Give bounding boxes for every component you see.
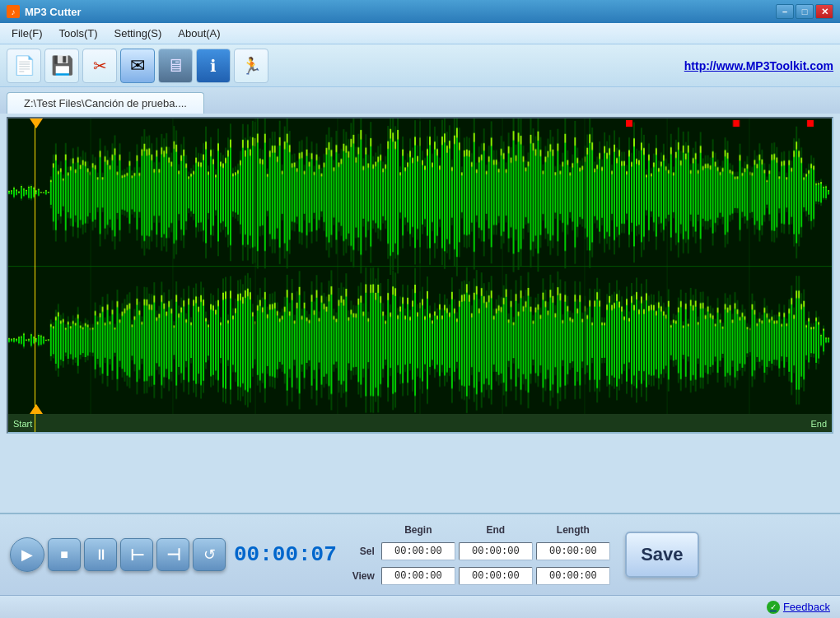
mark-out-button[interactable]: ⊣ [156, 538, 189, 571]
time-display: 00:00:07 [234, 542, 337, 567]
play-button[interactable]: ▶ [10, 537, 44, 572]
bottom-bar: ▶ ■ ⏸ ⊢ ⊣ ↺ 00:00:07 Begin End Length Se… [0, 513, 840, 595]
minimize-button[interactable]: – [776, 4, 794, 19]
playhead-top-marker [30, 118, 43, 128]
begin-header: Begin [381, 524, 455, 536]
run-button[interactable]: 🏃 [234, 49, 268, 83]
view-length-value[interactable]: 00:00:00 [536, 567, 610, 585]
cut-button[interactable]: ✂ [82, 49, 117, 83]
window-controls: – □ ✕ [776, 4, 833, 19]
maximize-button[interactable]: □ [796, 4, 814, 19]
sel-label: Sel [345, 546, 378, 557]
pause-button[interactable]: ⏸ [84, 538, 117, 571]
menu-settings[interactable]: Setting(S) [106, 25, 170, 42]
app-title: MP3 Cutter [25, 6, 776, 18]
loop-button[interactable]: ↺ [193, 538, 226, 571]
waveform-display[interactable]: Start End [7, 117, 833, 434]
save-file-button[interactable]: 💾 [44, 49, 79, 83]
timeline-end-label: End [810, 419, 827, 429]
view-begin-value[interactable]: 00:00:00 [381, 567, 455, 585]
feedback-label: Feedback [783, 601, 830, 613]
timeline-start-label: Start [13, 419, 32, 429]
playhead-line [35, 118, 35, 432]
sel-end-value[interactable]: 00:00:00 [459, 542, 533, 560]
stop-button[interactable]: ■ [48, 538, 81, 571]
file-tab[interactable]: Z:\Test Files\Canción de prueba.... [7, 92, 204, 114]
end-header: End [459, 524, 533, 536]
title-bar: ♪ MP3 Cutter – □ ✕ [0, 0, 840, 23]
feedback-icon: ✓ [767, 601, 780, 614]
length-header: Length [536, 524, 610, 536]
save-button[interactable]: Save [625, 532, 699, 578]
info-button[interactable]: ℹ [196, 49, 231, 83]
screen-record-button[interactable]: 🖥 [158, 49, 193, 83]
tab-bar: Z:\Test Files\Canción de prueba.... [0, 87, 840, 114]
timeline: Start End [8, 414, 832, 432]
close-button[interactable]: ✕ [815, 4, 833, 19]
playhead-bottom-marker [30, 404, 43, 414]
toolbar: 📄 💾 ✂ ✉ 🖥 ℹ 🏃 http://www.MP3Toolkit.com [0, 44, 840, 87]
sel-length-value[interactable]: 00:00:00 [536, 542, 610, 560]
sel-begin-value[interactable]: 00:00:00 [381, 542, 455, 560]
app-icon: ♪ [7, 5, 20, 18]
website-link[interactable]: http://www.MP3Toolkit.com [684, 59, 833, 72]
menu-file[interactable]: File(F) [3, 25, 51, 42]
waveform-canvas [8, 118, 832, 432]
feedback-link[interactable]: ✓ Feedback [767, 601, 830, 614]
new-file-button[interactable]: 📄 [7, 49, 41, 83]
email-button[interactable]: ✉ [120, 49, 155, 83]
menu-about[interactable]: About(A) [170, 25, 228, 42]
menu-tools[interactable]: Tools(T) [51, 25, 106, 42]
playback-controls: ▶ ■ ⏸ ⊢ ⊣ ↺ [10, 537, 226, 572]
view-end-value[interactable]: 00:00:00 [459, 567, 533, 585]
mark-in-button[interactable]: ⊢ [120, 538, 153, 571]
time-grid: Begin End Length Sel 00:00:00 00:00:00 0… [345, 522, 610, 588]
waveform-container: Start End [0, 114, 840, 513]
menu-bar: File(F) Tools(T) Setting(S) About(A) [0, 23, 840, 44]
status-bar: ✓ Feedback [0, 595, 840, 618]
view-label: View [345, 570, 378, 582]
